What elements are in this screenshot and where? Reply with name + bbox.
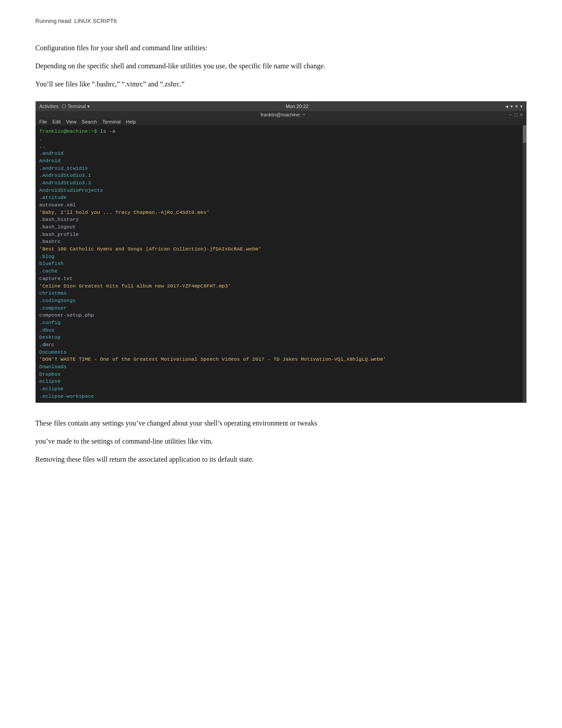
menu-search[interactable]: Search [82, 119, 97, 124]
menu-file[interactable]: File [39, 119, 47, 124]
terminal-line: .AndroidStudio3.3 [39, 179, 519, 187]
terminal-line: .bash_profile [39, 231, 519, 239]
menu-help[interactable]: Help [126, 119, 136, 124]
window-controls[interactable]: − □ × [509, 112, 523, 117]
terminal-line: Documents [39, 349, 519, 356]
terminal-scrollbar-thumb[interactable] [523, 125, 526, 143]
terminal-line: .android_stwidis [39, 165, 519, 172]
terminal-line: Dropbox [39, 371, 519, 378]
running-head: Running head: LINUX SCRIPT6 [35, 18, 527, 24]
minimize-button[interactable]: − [509, 112, 511, 117]
paragraph-4: These files contain any settings you’ve … [35, 417, 527, 430]
terminal-line: .blog [39, 253, 519, 261]
terminal-line: Downloads [39, 363, 519, 371]
terminal-line: .config [39, 319, 519, 327]
terminal-line: 'Celine Dion Greatest Hits full album ne… [39, 283, 519, 290]
terminal-output: ....androidAndroid.android_stwidis.Andro… [39, 135, 519, 400]
terminal-line: .. [39, 143, 519, 150]
terminal-line: AndroidStudioProjects [39, 187, 519, 194]
terminal-line: .bashrc [39, 238, 519, 246]
menu-terminal[interactable]: Terminal [102, 119, 121, 124]
paragraph-5: you’ve made to the settings of command-l… [35, 435, 527, 448]
maximize-button[interactable]: □ [514, 112, 517, 117]
terminal-line: 'DON'T WASTE TIME - One of the Greatest … [39, 356, 519, 363]
terminal-line: .cache [39, 268, 519, 275]
topbar-right-icons: ◄ ▾ ☀ ▾ [504, 104, 523, 109]
terminal-line: 'Baby, I'll hold you ... Tracy Chapman.-… [39, 209, 519, 217]
terminal-line: .eclipse [39, 385, 519, 393]
terminal-line: .codingSongs [39, 297, 519, 305]
prompt-command: ls -a [100, 128, 115, 134]
terminal-line: .dbus [39, 327, 519, 334]
terminal-line: composer-setup.php [39, 312, 519, 319]
terminal-line: 'Best 100 Catholic Hymns and Songs (Afri… [39, 246, 519, 253]
paragraph-1: Configuration files for your shell and c… [35, 42, 527, 55]
close-button[interactable]: × [520, 112, 523, 117]
prompt-user: franklin@machine:~$ [39, 128, 97, 134]
terminal-line: . [39, 135, 519, 143]
terminal-line: .AndroidStudio3.1 [39, 172, 519, 179]
paragraph-2: Depending on the specific shell and comm… [35, 60, 527, 73]
paragraph-3: You’ll see files like “.bashrc,” “.vimrc… [35, 78, 527, 91]
terminal-line: bluefish [39, 260, 519, 268]
topbar-clock: Mon 20:22 [286, 104, 309, 109]
activities-label[interactable]: Activities [39, 104, 58, 109]
terminal-titlebar: franklin@machine: ~ − □ × [36, 111, 526, 118]
terminal-line: .composer [39, 305, 519, 312]
terminal-line: Desktop [39, 334, 519, 341]
terminal-line: autosave.xml [39, 202, 519, 209]
terminal-line: .bash_history [39, 216, 519, 224]
terminal-line: eclipse [39, 378, 519, 385]
terminal-title: franklin@machine: ~ [57, 112, 509, 117]
terminal-line: .bash_logout [39, 224, 519, 231]
terminal-line: .attitude [39, 194, 519, 202]
topbar-left: Activities ☐ Terminal ▾ [39, 104, 90, 109]
terminal-line: .android [39, 150, 519, 157]
terminal-line: Android [39, 157, 519, 165]
terminal-line: .eclipse-workspace [39, 393, 519, 400]
terminal-window[interactable]: Activities ☐ Terminal ▾ Mon 20:22 ◄ ▾ ☀ … [35, 101, 527, 403]
terminal-line: .dmrc [39, 341, 519, 349]
terminal-prompt: franklin@machine:~$ ls -a [39, 128, 519, 135]
menu-edit[interactable]: Edit [52, 119, 61, 124]
terminal-line: christmas [39, 290, 519, 297]
terminal-body[interactable]: franklin@machine:~$ ls -a ....androidAnd… [36, 125, 523, 403]
paragraph-6: Removing these files will return the ass… [35, 453, 527, 466]
menu-view[interactable]: View [66, 119, 77, 124]
terminal-menubar[interactable]: File Edit View Search Terminal Help [36, 118, 526, 125]
terminal-line: capture.txt [39, 275, 519, 283]
terminal-system-bar: Activities ☐ Terminal ▾ Mon 20:22 ◄ ▾ ☀ … [36, 101, 526, 111]
terminal-scrollbar-area: franklin@machine:~$ ls -a ....androidAnd… [36, 125, 526, 403]
terminal-scrollbar[interactable] [523, 125, 526, 403]
terminal-icon-label[interactable]: ☐ Terminal ▾ [62, 104, 89, 109]
